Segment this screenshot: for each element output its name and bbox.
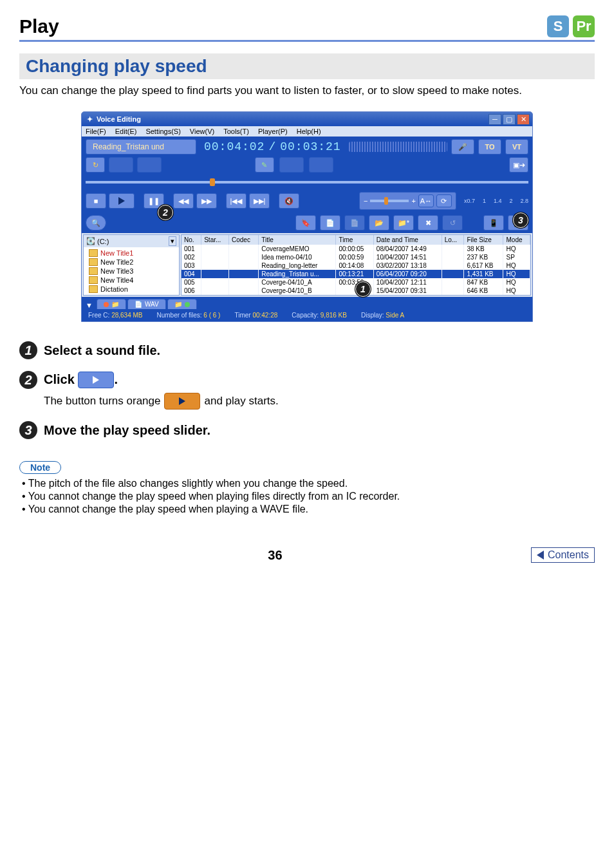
mid-disabled-1: [279, 157, 304, 173]
step-2-number: 2: [19, 371, 37, 389]
left-disabled-2: [137, 157, 162, 173]
drive-dropdown[interactable]: ▾: [169, 236, 176, 246]
mute-button[interactable]: 🔇: [279, 193, 299, 209]
col-date[interactable]: Date and Time: [373, 235, 442, 245]
delete-button[interactable]: ✖: [418, 215, 438, 231]
note-item: The pitch of the file also changes sligh…: [22, 478, 595, 489]
col-lo[interactable]: Lo...: [442, 235, 464, 245]
menu-view[interactable]: View(V): [190, 127, 214, 135]
copy-button[interactable]: 📄: [320, 215, 340, 231]
note-item: You cannot change the play speed when pl…: [22, 504, 595, 515]
step-2-substep: The button turns orange and play starts.: [44, 393, 595, 410]
speed-minus[interactable]: −: [364, 197, 367, 205]
table-row[interactable]: 003Reading_long-letter00:14:0803/02/2007…: [181, 261, 530, 270]
window-title: Voice Editing: [97, 115, 141, 123]
step-1-text: Select a sound file.: [44, 343, 160, 358]
tab-wav[interactable]: 📄WAV: [127, 299, 166, 309]
new-folder-button[interactable]: 📁*: [393, 215, 414, 231]
contents-label: Contents: [548, 549, 589, 561]
table-row[interactable]: 001CoverageMEMO00:00:0508/04/2007 14:493…: [181, 245, 530, 253]
folder-item[interactable]: Dictation: [88, 285, 179, 294]
status-bar: Free C: 28,634 MB Number of files: 6 ( 6…: [82, 309, 532, 321]
note-label: Note: [19, 461, 61, 474]
maximize-button[interactable]: ▢: [503, 114, 516, 125]
repeat-button[interactable]: ⟳: [436, 194, 452, 207]
s-icon: S: [547, 15, 569, 37]
speed-plus[interactable]: +: [411, 197, 415, 205]
minimize-button[interactable]: ─: [488, 114, 501, 125]
vt-button[interactable]: VT: [505, 139, 528, 155]
menu-edit[interactable]: Edit(E): [115, 127, 137, 135]
folder-item[interactable]: New Title1: [88, 249, 179, 258]
progress-slider[interactable]: [82, 176, 532, 189]
section-title: Changing play speed: [26, 56, 588, 77]
page-title: Play: [19, 15, 59, 37]
tab-all[interactable]: 📁: [97, 299, 126, 309]
reload-button[interactable]: ↻: [86, 157, 105, 173]
contents-button[interactable]: Contents: [531, 547, 595, 563]
title-bar: ✦ Voice Editing ─ ▢ ✕: [82, 112, 532, 126]
table-row[interactable]: 004Reading_Tristan u...00:13:2106/04/200…: [181, 270, 530, 278]
stop-button[interactable]: ■: [86, 193, 106, 209]
folder-item[interactable]: New Title3: [88, 267, 179, 276]
col-mode[interactable]: Mode: [503, 235, 530, 245]
fastfwd-button[interactable]: ▶▶: [196, 193, 217, 209]
menu-player[interactable]: Player(P): [258, 127, 288, 135]
search-button[interactable]: 🔍: [86, 215, 106, 231]
step-3-number: 3: [19, 421, 37, 439]
mid-disabled-2: [309, 157, 333, 173]
callout-1: 1: [355, 281, 371, 297]
col-star[interactable]: Star...: [201, 235, 229, 245]
left-disabled-1: [109, 157, 133, 173]
close-button[interactable]: ✕: [517, 114, 530, 125]
file-browser: 💽(C:)▾ New Title1 New Title2 New Title3 …: [82, 233, 532, 297]
step-2-text: Click .: [44, 372, 118, 388]
export-button[interactable]: ▣➜: [509, 157, 528, 173]
mic-button[interactable]: 🎤: [451, 139, 474, 155]
callout-3: 3: [513, 212, 528, 228]
speed-scale: x0.7 1 1.4 2 2.8: [464, 198, 528, 204]
folder-item[interactable]: New Title2: [88, 258, 179, 267]
col-time[interactable]: Time: [336, 235, 373, 245]
file-list[interactable]: No. Star... Codec Title Time Date and Ti…: [181, 234, 531, 296]
folder-open-button[interactable]: 📂: [369, 215, 389, 231]
sync-button[interactable]: ↺: [442, 215, 463, 231]
tab-rec[interactable]: 📁: [167, 299, 197, 309]
decor-strip: [349, 142, 447, 152]
note-item: You cannot change the play speed when pl…: [22, 491, 595, 502]
table-row[interactable]: 002Idea memo-04/1000:00:5910/04/2007 14:…: [181, 253, 530, 261]
menu-help[interactable]: Help(H): [297, 127, 321, 135]
to-button[interactable]: TO: [478, 139, 501, 155]
step-3-text: Move the play speed slider.: [44, 423, 210, 438]
col-title[interactable]: Title: [259, 235, 336, 245]
bookmark-button[interactable]: 🔖: [295, 215, 316, 231]
play-button-icon-orange: [164, 393, 200, 410]
back-arrow-icon: [537, 551, 544, 560]
app-icon: ✦: [87, 115, 93, 124]
drawer-toggle-icon[interactable]: ▼: [86, 300, 95, 309]
col-no[interactable]: No.: [181, 235, 201, 245]
browser-tabs: ▼ 📁 📄WAV 📁: [82, 297, 532, 309]
play-button-icon-blue: [78, 372, 114, 388]
menu-bar: File(F) Edit(E) Settings(S) View(V) Tool…: [82, 126, 532, 137]
edit-button[interactable]: ✎: [255, 157, 274, 173]
speed-slider[interactable]: − + A↔ ⟳: [359, 192, 456, 210]
menu-tools[interactable]: Tools(T): [223, 127, 249, 135]
next-track-button[interactable]: ▶▶|: [249, 193, 270, 209]
play-button[interactable]: [109, 193, 135, 209]
intro-text: You can change the play speed to find pa…: [19, 84, 595, 97]
time-total: 00:03:21: [280, 140, 340, 153]
device-button[interactable]: 📱: [483, 215, 504, 231]
menu-settings[interactable]: Settings(S): [145, 127, 180, 135]
ab-repeat-button[interactable]: A↔: [418, 194, 434, 207]
menu-file[interactable]: File(F): [86, 127, 106, 135]
progress-handle[interactable]: [210, 178, 215, 186]
col-size[interactable]: File Size: [464, 235, 503, 245]
paste-button[interactable]: 📄: [344, 215, 365, 231]
folder-tree[interactable]: 💽(C:)▾ New Title1 New Title2 New Title3 …: [83, 234, 180, 296]
rewind-button[interactable]: ◀◀: [173, 193, 194, 209]
col-codec[interactable]: Codec: [228, 235, 258, 245]
page-number: 36: [268, 548, 282, 563]
prev-track-button[interactable]: |◀◀: [226, 193, 247, 209]
folder-item[interactable]: New Title4: [88, 276, 179, 285]
